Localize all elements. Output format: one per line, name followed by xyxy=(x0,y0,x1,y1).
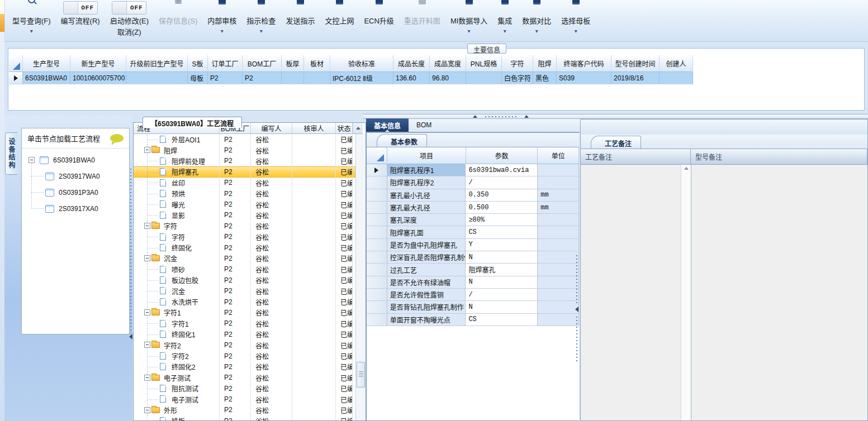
param-name-cell[interactable]: 是否背钻孔阻焊塞孔制作 xyxy=(387,301,466,313)
model-grid-cell[interactable]: S039 xyxy=(557,72,611,84)
param-name-cell[interactable]: 控深盲孔是否阻焊塞孔制作 xyxy=(387,251,466,264)
process-row[interactable]: 字符2P2谷松已编写 xyxy=(134,339,355,350)
model-grid-cell[interactable] xyxy=(466,72,502,84)
column-header[interactable]: 项目 xyxy=(387,147,466,164)
splitter-right[interactable] xyxy=(575,132,579,421)
tab-process-flow[interactable]: 【6S0391BWA0】工艺流程 xyxy=(143,117,242,128)
column-header[interactable]: 编写人 xyxy=(251,123,292,134)
column-header[interactable]: 成品长度 xyxy=(393,55,430,72)
collapse-box-icon[interactable] xyxy=(144,147,150,153)
process-row[interactable]: 电子测试P2谷松已编写 xyxy=(134,372,355,383)
dropdown-arrow-icon[interactable]: ▾ xyxy=(30,28,33,34)
process-row[interactable]: 终固化1P2谷松已编写 xyxy=(134,329,355,339)
dropdown-arrow-icon[interactable]: ▾ xyxy=(575,28,577,34)
param-row[interactable]: 是否背钻孔阻焊塞孔制作N xyxy=(367,301,579,313)
dropdown-arrow-icon[interactable]: ▾ xyxy=(504,28,506,34)
param-value-cell[interactable]: N xyxy=(466,301,538,313)
row-selector-cell[interactable] xyxy=(367,264,387,276)
param-unit-cell[interactable] xyxy=(538,214,579,226)
param-unit-cell[interactable] xyxy=(538,164,579,176)
column-header[interactable]: 订单工厂 xyxy=(208,55,243,72)
param-unit-cell[interactable]: mm xyxy=(538,189,579,202)
row-selector-cell[interactable] xyxy=(367,314,387,326)
collapse-box-icon[interactable] xyxy=(144,375,150,381)
splitter-grip[interactable] xyxy=(576,317,577,361)
toolbar-button-send-instruction[interactable]: 发送指示 xyxy=(281,0,320,41)
row-selector-cell[interactable] xyxy=(367,202,387,214)
scroll-up-button[interactable] xyxy=(353,123,363,134)
param-name-cell[interactable]: 是否为盘中孔阻焊塞孔 xyxy=(387,239,466,251)
param-name-cell[interactable]: 塞孔最大孔径 xyxy=(387,202,466,214)
model-grid-cell[interactable]: P2 xyxy=(208,72,243,84)
column-header[interactable]: 板材 xyxy=(304,55,330,72)
param-name-cell[interactable]: 阻焊塞孔程序1 xyxy=(387,164,466,176)
tab-basic-info[interactable]: 基本信息 xyxy=(366,118,409,132)
toolbar-button-data-compare[interactable]: 数据对比▾ xyxy=(517,0,556,41)
collapse-up-icon[interactable] xyxy=(524,115,529,118)
tree-node-root[interactable]: 6S0391BWA0 xyxy=(22,152,129,168)
row-selector-cell[interactable] xyxy=(367,301,387,313)
param-value-cell[interactable]: N xyxy=(466,276,538,289)
toolbar-button-start-modify[interactable]: OFF启动修改(E)取消(Z) xyxy=(105,0,154,41)
column-header[interactable]: 字符 xyxy=(502,55,533,72)
toolbar-button-internal-audit[interactable]: 内部审核▾ xyxy=(202,0,241,41)
column-header[interactable]: 新生产型号 xyxy=(70,55,126,72)
collapse-box-icon[interactable] xyxy=(144,223,150,229)
param-row[interactable]: 过孔工艺阻焊塞孔 xyxy=(367,264,579,276)
param-row[interactable]: 塞孔最大孔径0.500mm xyxy=(367,202,579,214)
row-selector-cell[interactable] xyxy=(367,276,387,289)
remarks-scrollbar[interactable] xyxy=(681,165,691,420)
row-selector-cell[interactable] xyxy=(367,176,387,189)
collapse-box-icon[interactable] xyxy=(29,157,35,163)
dropdown-arrow-icon[interactable]: ▾ xyxy=(535,28,538,34)
collapse-box-icon[interactable] xyxy=(144,407,150,413)
tree-node[interactable]: 2S03917WA0 xyxy=(22,168,129,184)
toolbar-button-instruction-check[interactable]: 指示检查▾ xyxy=(241,0,281,41)
collapse-box-icon[interactable] xyxy=(144,342,150,348)
model-grid-cell[interactable]: 白色字符 xyxy=(502,72,533,84)
param-name-cell[interactable]: 过孔工艺 xyxy=(387,264,466,276)
tab-basic-params[interactable]: 基本参数 xyxy=(377,134,427,147)
toolbar-button-mi-data-import[interactable]: MI数据导入▾ xyxy=(445,0,492,41)
process-row[interactable]: 阻焊塞孔P2谷松已编写 xyxy=(134,166,355,177)
toolbar-button-integrate[interactable]: 集成▾ xyxy=(492,0,517,41)
model-grid-cell[interactable]: P2 xyxy=(243,72,282,84)
param-row[interactable]: 塞孔深度≥80% xyxy=(367,214,579,226)
param-unit-cell[interactable] xyxy=(538,289,579,301)
column-header[interactable]: 阻焊 xyxy=(533,55,557,72)
splitter-grip[interactable] xyxy=(130,169,131,333)
param-row[interactable]: 是否为盘中孔阻焊塞孔Y xyxy=(367,239,579,251)
process-row[interactable]: 阻抗测试P2谷松已编写 xyxy=(134,383,355,394)
process-row[interactable]: 沉金P2谷松已编写 xyxy=(134,285,355,296)
collapse-box-icon[interactable] xyxy=(144,255,150,261)
param-row[interactable]: 阻焊塞孔程序16s0391bwa0.cvia xyxy=(367,164,579,176)
column-header[interactable]: BOM工厂 xyxy=(243,55,282,72)
column-header[interactable]: PNL规格 xyxy=(466,55,502,72)
process-row[interactable]: 曝光P2谷松已编写 xyxy=(134,199,355,209)
process-row[interactable]: 字符P2谷松已编写 xyxy=(134,221,355,231)
column-header[interactable]: 板厚 xyxy=(282,55,304,72)
tree-node[interactable]: 2S03917XA0 xyxy=(22,200,129,217)
process-row[interactable]: 终固化2P2谷松已编写 xyxy=(134,361,355,372)
process-row[interactable]: 终固化P2谷松已编写 xyxy=(134,242,355,253)
param-unit-cell[interactable] xyxy=(538,239,579,251)
scrollbar-thumb[interactable] xyxy=(357,362,365,387)
param-unit-cell[interactable] xyxy=(538,314,579,326)
param-name-cell[interactable]: 单面开窗不掏曝光点 xyxy=(387,314,466,326)
row-selector-cell[interactable] xyxy=(367,289,387,301)
param-unit-cell[interactable] xyxy=(538,251,579,264)
grid-corner-cell[interactable] xyxy=(9,55,23,72)
column-header-model-remark[interactable]: 型号备注 xyxy=(691,149,867,165)
model-grid-cell[interactable]: 6S0391BWA0 xyxy=(23,72,70,84)
grid-corner-cell[interactable] xyxy=(367,147,387,164)
tab-device-structure[interactable]: 设备结构 xyxy=(5,132,17,175)
column-header[interactable]: 单位 xyxy=(538,147,579,164)
column-header[interactable]: 参数 xyxy=(466,147,538,164)
toolbar-button-write-flow[interactable]: OFF编写流程(R) xyxy=(56,0,105,41)
param-value-cell[interactable]: 阻焊塞孔 xyxy=(466,264,538,276)
dropdown-arrow-icon[interactable]: ▾ xyxy=(221,28,224,34)
model-grid-cell[interactable]: IPC-6012 Ⅱ级 xyxy=(330,72,393,84)
param-value-cell[interactable]: CS xyxy=(466,314,538,326)
param-name-cell[interactable]: 是否不允许有绿油帽 xyxy=(387,276,466,289)
model-grid-cell[interactable]: 母板 xyxy=(188,72,208,84)
